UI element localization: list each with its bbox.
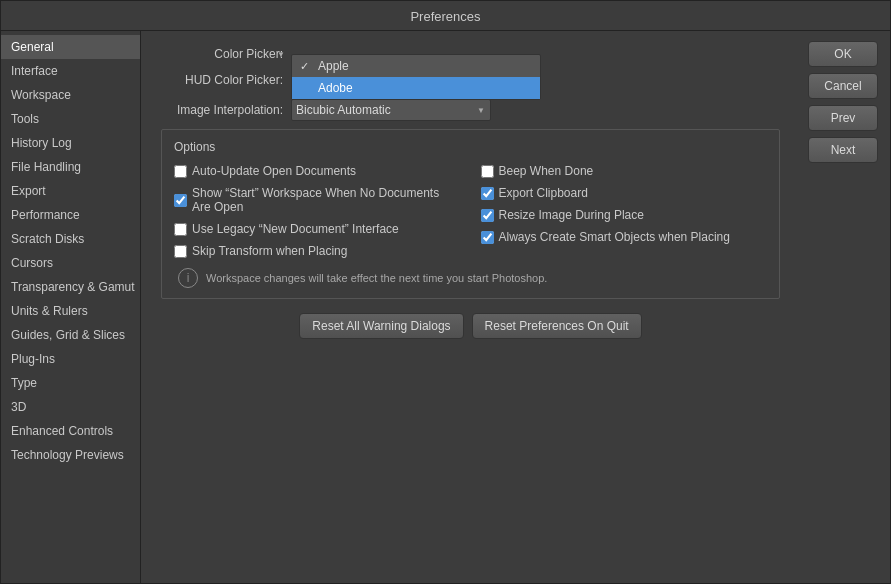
dropdown-item-adobe[interactable]: Adobe (292, 77, 540, 99)
checkbox-0[interactable] (174, 165, 187, 178)
hud-color-picker-label: HUD Color Picker: (161, 73, 291, 87)
checkbox-5[interactable] (481, 209, 494, 222)
ok-button[interactable]: OK (808, 41, 878, 67)
checkbox-label-6: Skip Transform when Placing (192, 244, 347, 258)
sidebar-item-transparency---gamut[interactable]: Transparency & Gamut (1, 275, 140, 299)
checkbox-3[interactable] (481, 187, 494, 200)
checkbox-row-3[interactable]: Export Clipboard (481, 186, 768, 200)
sidebar-item-workspace[interactable]: Workspace (1, 83, 140, 107)
dropdown-item-label: Adobe (318, 81, 353, 95)
sidebar-item-enhanced-controls[interactable]: Enhanced Controls (1, 419, 140, 443)
cancel-button[interactable]: Cancel (808, 73, 878, 99)
image-interpolation-select[interactable]: Bicubic Automatic (291, 99, 491, 121)
title-bar: Preferences (1, 1, 890, 31)
checkbox-row-2[interactable]: Show “Start” Workspace When No Documents… (174, 186, 461, 214)
info-text: Workspace changes will take effect the n… (206, 272, 547, 284)
checkbox-row-7[interactable]: Always Create Smart Objects when Placing (481, 230, 768, 244)
right-buttons: OK Cancel Prev Next (800, 31, 890, 583)
dialog-body: GeneralInterfaceWorkspaceToolsHistory Lo… (1, 31, 890, 583)
preferences-dialog: Preferences GeneralInterfaceWorkspaceToo… (0, 0, 891, 584)
reset-warnings-button[interactable]: Reset All Warning Dialogs (299, 313, 463, 339)
checkbox-label-0: Auto-Update Open Documents (192, 164, 356, 178)
sidebar-item-tools[interactable]: Tools (1, 107, 140, 131)
checkbox-6[interactable] (174, 245, 187, 258)
checkbox-row-0[interactable]: Auto-Update Open Documents (174, 164, 461, 178)
checkbox-row-5[interactable]: Resize Image During Place (481, 208, 768, 222)
sidebar-item-scratch-disks[interactable]: Scratch Disks (1, 227, 140, 251)
checkbox-row-6[interactable]: Skip Transform when Placing (174, 244, 461, 258)
checkbox-7[interactable] (481, 231, 494, 244)
sidebar-item-general[interactable]: General (1, 35, 140, 59)
prev-button[interactable]: Prev (808, 105, 878, 131)
sidebar-item-type[interactable]: Type (1, 371, 140, 395)
color-picker-dropdown: ✓AppleAdobe (291, 54, 541, 100)
sidebar-item-units---rulers[interactable]: Units & Rulers (1, 299, 140, 323)
info-row: i Workspace changes will take effect the… (174, 268, 767, 288)
sidebar-item-cursors[interactable]: Cursors (1, 251, 140, 275)
sidebar-item-export[interactable]: Export (1, 179, 140, 203)
image-interpolation-wrapper: Bicubic Automatic (291, 99, 491, 121)
checkbox-label-4: Use Legacy “New Document” Interface (192, 222, 399, 236)
checkbox-label-7: Always Create Smart Objects when Placing (499, 230, 730, 244)
checkbox-label-5: Resize Image During Place (499, 208, 644, 222)
image-interpolation-label: Image Interpolation: (161, 103, 291, 117)
checkbox-label-2: Show “Start” Workspace When No Documents… (192, 186, 461, 214)
color-picker-row: Color Picker: ✓AppleAdobe (161, 47, 780, 61)
checkbox-row-1[interactable]: Beep When Done (481, 164, 768, 178)
bottom-buttons: Reset All Warning Dialogs Reset Preferen… (161, 313, 780, 339)
sidebar-item-file-handling[interactable]: File Handling (1, 155, 140, 179)
main-content: Color Picker: ✓AppleAdobe HUD Color Pick… (141, 31, 800, 583)
checkmark-icon: ✓ (300, 60, 312, 73)
options-title: Options (174, 140, 767, 154)
checkbox-4[interactable] (174, 223, 187, 236)
dialog-title: Preferences (410, 9, 480, 24)
image-interpolation-row: Image Interpolation: Bicubic Automatic (161, 99, 780, 121)
options-grid: Auto-Update Open DocumentsShow “Start” W… (174, 164, 767, 258)
dropdown-item-label: Apple (318, 59, 349, 73)
checkbox-label-3: Export Clipboard (499, 186, 588, 200)
sidebar-item-history-log[interactable]: History Log (1, 131, 140, 155)
checkbox-1[interactable] (481, 165, 494, 178)
sidebar-item-interface[interactable]: Interface (1, 59, 140, 83)
color-picker-label: Color Picker: (161, 47, 291, 61)
next-button[interactable]: Next (808, 137, 878, 163)
sidebar-item-technology-previews[interactable]: Technology Previews (1, 443, 140, 467)
sidebar-item-performance[interactable]: Performance (1, 203, 140, 227)
checkbox-row-4[interactable]: Use Legacy “New Document” Interface (174, 222, 461, 236)
checkbox-2[interactable] (174, 194, 187, 207)
options-col-2: Beep When DoneExport ClipboardResize Ima… (481, 164, 768, 258)
checkbox-label-1: Beep When Done (499, 164, 594, 178)
reset-prefs-button[interactable]: Reset Preferences On Quit (472, 313, 642, 339)
sidebar-item-3d[interactable]: 3D (1, 395, 140, 419)
sidebar: GeneralInterfaceWorkspaceToolsHistory Lo… (1, 31, 141, 583)
options-col-1: Auto-Update Open DocumentsShow “Start” W… (174, 164, 461, 258)
options-group: Options Auto-Update Open DocumentsShow “… (161, 129, 780, 299)
sidebar-item-plug-ins[interactable]: Plug-Ins (1, 347, 140, 371)
info-icon: i (178, 268, 198, 288)
dropdown-item-apple[interactable]: ✓Apple (292, 55, 540, 77)
sidebar-item-guides,-grid---slices[interactable]: Guides, Grid & Slices (1, 323, 140, 347)
